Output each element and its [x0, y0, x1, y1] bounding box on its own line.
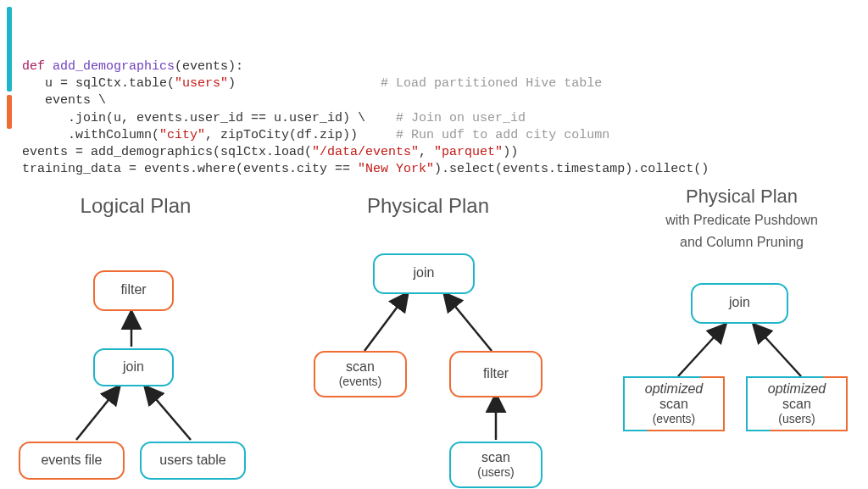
code-token: ): [228, 59, 243, 74]
code-token: , zipToCity(df.zip)) [205, 128, 358, 142]
code-token: def [22, 59, 45, 74]
code-token: events [182, 59, 228, 74]
code-token: "New York" [358, 162, 434, 176]
svg-line-6 [678, 325, 725, 376]
node-label: scan [659, 397, 688, 412]
opt-subtitle-line: with Predicate Pushdown [665, 213, 818, 227]
node-label: filter [483, 366, 509, 381]
logical-filter-node: filter [93, 270, 174, 311]
svg-line-3 [364, 294, 407, 351]
code-token: "parquet" [434, 145, 503, 159]
code-comment: # Run udf to add city column [396, 128, 609, 142]
node-italic: optimized [645, 381, 703, 397]
code-token: "/data/events" [312, 145, 419, 159]
code-token: ( [175, 59, 182, 74]
physical-plan-title: Physical Plan [339, 194, 517, 218]
code-token: , [419, 145, 434, 159]
diagram-area: Logical Plan filter join events file use… [0, 186, 868, 490]
code-token: u = sqlCtx.table( [45, 76, 175, 91]
node-sublabel: (events) [653, 412, 696, 425]
code-token: "users" [175, 76, 228, 91]
node-sublabel: (users) [778, 412, 815, 425]
optimized-scan-events-node: optimized scan (events) [623, 376, 725, 431]
node-label: join [414, 265, 435, 281]
opt-title-line: Physical Plan [686, 186, 798, 207]
code-token: .join(u, events.user_id == u.user_id) \ [68, 111, 365, 125]
svg-line-4 [445, 294, 492, 351]
code-token: training_data = events.where(events.city… [22, 162, 358, 176]
optimized-join-node: join [691, 283, 788, 324]
node-label: join [729, 295, 750, 310]
node-label: filter [120, 282, 146, 297]
code-token: events \ [45, 93, 106, 108]
code-token: ) [228, 76, 236, 91]
node-label: users table [159, 453, 225, 468]
code-token: .withColumn( [68, 128, 159, 142]
node-label: scan [782, 397, 811, 412]
optimized-plan-title: Physical Plan with Predicate Pushdown an… [627, 186, 856, 252]
code-comment: # Load partitioned Hive table [381, 76, 602, 91]
code-block: def add_demographics(events): u = sqlCtx… [0, 0, 868, 186]
node-label: scan [481, 450, 510, 465]
node-label: scan [346, 359, 375, 375]
physical-filter-node: filter [449, 351, 542, 397]
node-sublabel: (users) [477, 465, 515, 479]
code-token: add_demographics [53, 59, 175, 74]
node-label: events file [41, 453, 102, 468]
svg-line-7 [754, 325, 801, 376]
node-sublabel: (events) [339, 375, 382, 388]
code-marker-orange [7, 95, 12, 129]
logical-events-file-node: events file [19, 442, 125, 480]
logical-users-table-node: users table [140, 442, 246, 480]
physical-join-node: join [373, 253, 475, 294]
svg-line-2 [146, 387, 191, 440]
node-label: join [123, 359, 144, 375]
code-comment: # Join on user_id [396, 111, 526, 125]
code-token: "city" [159, 128, 205, 142]
optimized-scan-users-node: optimized scan (users) [746, 376, 848, 431]
code-token: ).select(events.timestamp).collect() [434, 162, 709, 176]
physical-scan-users-node: scan (users) [449, 442, 542, 488]
opt-subtitle-line: and Column Pruning [680, 235, 804, 249]
code-token: events = add_demographics(sqlCtx.load( [22, 145, 312, 159]
physical-scan-events-node: scan (events) [314, 351, 407, 397]
node-italic: optimized [768, 381, 826, 397]
logical-join-node: join [93, 348, 174, 386]
code-token: )) [503, 145, 518, 159]
code-marker-teal [7, 7, 12, 92]
logical-plan-title: Logical Plan [51, 194, 220, 218]
svg-line-1 [76, 387, 119, 440]
